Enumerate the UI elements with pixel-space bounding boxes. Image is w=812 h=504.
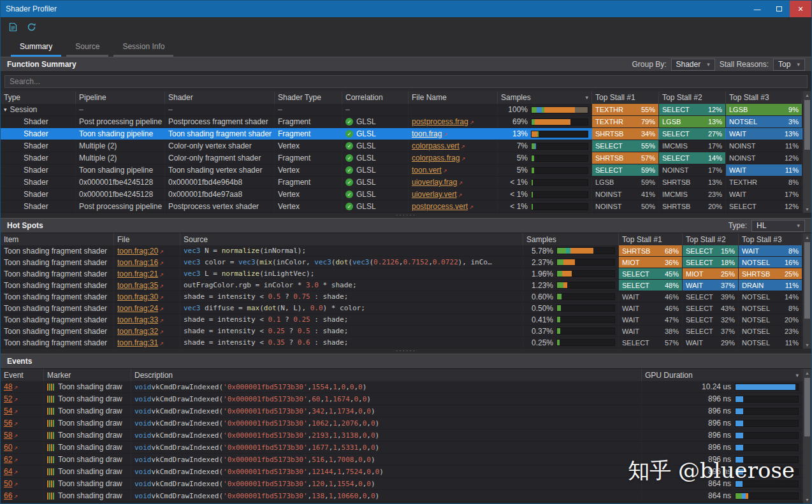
event-row[interactable]: 48↗Toon shading drawvoid vkCmdDrawIndexe… bbox=[1, 381, 802, 393]
event-link[interactable]: 64↗ bbox=[4, 467, 18, 476]
splitter-handle[interactable]: ······ bbox=[1, 349, 811, 354]
hot-spot-row[interactable]: Toon shading fragment shadertoon.frag:20… bbox=[1, 245, 802, 257]
file-link[interactable]: uioverlay.frag↗ bbox=[412, 178, 463, 187]
column-header-shader[interactable]: Shader bbox=[165, 91, 275, 104]
column-header-item[interactable]: Item bbox=[1, 233, 114, 245]
function-summary-row[interactable]: Shader0x000001fbe42451280x000001fbd4e964… bbox=[1, 176, 802, 189]
hot-spot-row[interactable]: Toon shading fragment shadertoon.frag:33… bbox=[1, 314, 802, 326]
event-row[interactable]: 60↗Toon shading drawvoid vkCmdDrawIndexe… bbox=[1, 442, 802, 454]
file-link[interactable]: colorpass.vert↗ bbox=[412, 141, 465, 150]
column-header-top-stall-1[interactable]: Top Stall #1 bbox=[619, 233, 683, 245]
hot-spot-row[interactable]: Toon shading fragment shadertoon.frag:21… bbox=[1, 268, 802, 280]
scroll-down-icon[interactable]: ▼ bbox=[803, 341, 811, 349]
hot-spot-row[interactable]: Toon shading fragment shadertoon.frag:24… bbox=[1, 303, 802, 314]
event-row[interactable]: 64↗Toon shading drawvoid vkCmdDrawIndexe… bbox=[1, 466, 802, 478]
file-link[interactable]: toon.frag:24↗ bbox=[117, 304, 164, 313]
event-row[interactable]: 50↗Toon shading drawvoid vkCmdDrawIndexe… bbox=[1, 478, 802, 490]
events-scrollbar[interactable]: ▲ ▼ bbox=[802, 369, 811, 503]
event-link[interactable]: 56↗ bbox=[4, 419, 18, 428]
column-header-event[interactable]: Event bbox=[1, 369, 44, 381]
column-header-type[interactable]: Type bbox=[1, 91, 76, 104]
column-header-file[interactable]: File bbox=[114, 233, 180, 245]
function-summary-row[interactable]: ShaderMultiple (2)Color-only fragment sh… bbox=[1, 152, 802, 164]
function-summary-row[interactable]: ▾Session––––100%TEXTHR55%SELECT12%LGSB9% bbox=[1, 104, 802, 116]
column-header-samples[interactable]: Samples▾ bbox=[498, 91, 592, 104]
column-header-marker[interactable]: Marker bbox=[44, 369, 131, 381]
scroll-up-icon[interactable]: ▲ bbox=[803, 233, 811, 241]
type-dropdown[interactable]: HL ▾ bbox=[751, 220, 805, 232]
scroll-up-icon[interactable]: ▲ bbox=[803, 91, 811, 99]
file-link[interactable]: toon.frag:31↗ bbox=[117, 338, 164, 347]
function-summary-row[interactable]: ShaderToon shading pipelineToon shading … bbox=[1, 128, 802, 140]
file-link[interactable]: toon.frag:33↗ bbox=[117, 315, 164, 324]
file-link[interactable]: uioverlay.vert↗ bbox=[412, 190, 462, 199]
event-row[interactable]: 62↗Toon shading drawvoid vkCmdDrawIndexe… bbox=[1, 454, 802, 466]
event-link[interactable]: 58↗ bbox=[4, 431, 18, 440]
function-summary-row[interactable]: Shader0x000001fbe42451280x000001fbd4e97a… bbox=[1, 189, 802, 201]
event-row[interactable]: 66↗Toon shading drawvoid vkCmdDrawIndexe… bbox=[1, 490, 802, 502]
column-header-description[interactable]: Description bbox=[131, 369, 642, 381]
file-link[interactable]: toon.frag:30↗ bbox=[117, 292, 164, 301]
file-link[interactable]: toon.frag:32↗ bbox=[117, 327, 164, 336]
file-link[interactable]: colorpass.frag↗ bbox=[412, 154, 465, 162]
file-link[interactable]: toon.frag:35↗ bbox=[117, 281, 164, 290]
hot-spot-row[interactable]: Toon shading fragment shadertoon.frag:35… bbox=[1, 280, 802, 291]
function-summary-scrollbar[interactable]: ▲ ▼ bbox=[802, 91, 811, 213]
scroll-down-icon[interactable]: ▼ bbox=[803, 205, 811, 213]
column-header-file-name[interactable]: File Name bbox=[409, 91, 498, 104]
column-header-samples[interactable]: Samples bbox=[523, 233, 619, 245]
maximize-button[interactable] bbox=[768, 1, 790, 17]
expander-icon[interactable]: ▾ bbox=[4, 106, 7, 113]
export-report-button[interactable] bbox=[8, 22, 18, 32]
scrollbar-thumb[interactable] bbox=[804, 242, 810, 319]
hot-spot-row[interactable]: Toon shading fragment shadertoon.frag:30… bbox=[1, 291, 802, 303]
event-link[interactable]: 62↗ bbox=[4, 455, 18, 464]
column-header-top-stall-2[interactable]: Top Stall #2 bbox=[659, 91, 726, 104]
tab-source[interactable]: Source bbox=[66, 39, 108, 57]
column-header-top-stall-1[interactable]: Top Stall #1 bbox=[592, 91, 659, 104]
scroll-down-icon[interactable]: ▼ bbox=[803, 496, 811, 503]
event-row[interactable]: 58↗Toon shading drawvoid vkCmdDrawIndexe… bbox=[1, 429, 802, 442]
event-link[interactable]: 48↗ bbox=[4, 382, 18, 391]
column-header-correlation[interactable]: Correlation bbox=[342, 91, 409, 104]
refresh-button[interactable] bbox=[27, 22, 36, 32]
file-link[interactable]: toon.frag:16↗ bbox=[117, 258, 164, 267]
file-link[interactable]: toon.frag↗ bbox=[412, 129, 447, 138]
column-header-top-stall-3[interactable]: Top Stall #3 bbox=[726, 91, 802, 104]
scroll-up-icon[interactable]: ▲ bbox=[803, 369, 811, 377]
function-summary-row[interactable]: ShaderToon shading pipelineToon shading … bbox=[1, 164, 802, 176]
stall-reasons-dropdown[interactable]: Top ▾ bbox=[773, 59, 805, 71]
column-header-source[interactable]: Source bbox=[180, 233, 523, 245]
file-link[interactable]: toon.frag:20↗ bbox=[117, 247, 164, 256]
column-header-shader-type[interactable]: Shader Type bbox=[275, 91, 342, 104]
close-button[interactable]: ✕ bbox=[790, 1, 811, 17]
column-header-top-stall-2[interactable]: Top Stall #2 bbox=[683, 233, 739, 245]
hot-spots-scrollbar[interactable]: ▲ ▼ bbox=[802, 233, 811, 349]
function-summary-row[interactable]: ShaderMultiple (2)Color-only vertex shad… bbox=[1, 140, 802, 152]
minimize-button[interactable]: — bbox=[746, 1, 768, 17]
event-link[interactable]: 60↗ bbox=[4, 443, 18, 452]
hot-spot-row[interactable]: Toon shading fragment shadertoon.frag:32… bbox=[1, 326, 802, 337]
hot-spot-row[interactable]: Toon shading fragment shadertoon.frag:16… bbox=[1, 257, 802, 268]
file-link[interactable]: postprocess.vert↗ bbox=[412, 202, 474, 211]
file-link[interactable]: toon.frag:21↗ bbox=[117, 270, 164, 278]
file-link[interactable]: postprocess.frag↗ bbox=[412, 117, 474, 126]
file-link[interactable]: toon.vert↗ bbox=[412, 166, 447, 175]
scrollbar-thumb[interactable] bbox=[804, 378, 810, 436]
column-header-pipeline[interactable]: Pipeline bbox=[76, 91, 165, 104]
scrollbar-thumb[interactable] bbox=[804, 100, 810, 150]
event-link[interactable]: 52↗ bbox=[4, 394, 18, 403]
event-link[interactable]: 54↗ bbox=[4, 407, 18, 415]
tab-summary[interactable]: Summary bbox=[11, 39, 61, 57]
column-header-gpu-duration[interactable]: GPU Duration▾ bbox=[642, 369, 802, 381]
column-header-top-stall-3[interactable]: Top Stall #3 bbox=[739, 233, 802, 245]
splitter-handle[interactable]: ······ bbox=[1, 213, 811, 218]
search-input[interactable] bbox=[4, 75, 808, 88]
event-row[interactable]: 56↗Toon shading drawvoid vkCmdDrawIndexe… bbox=[1, 417, 802, 429]
group-by-dropdown[interactable]: Shader ▾ bbox=[671, 59, 715, 71]
event-row[interactable]: 52↗Toon shading drawvoid vkCmdDrawIndexe… bbox=[1, 393, 802, 405]
function-summary-row[interactable]: ShaderPost processing pipelinePostproces… bbox=[1, 116, 802, 128]
event-link[interactable]: 66↗ bbox=[4, 491, 18, 500]
tab-session-info[interactable]: Session Info bbox=[113, 39, 173, 57]
event-link[interactable]: 50↗ bbox=[4, 479, 18, 488]
